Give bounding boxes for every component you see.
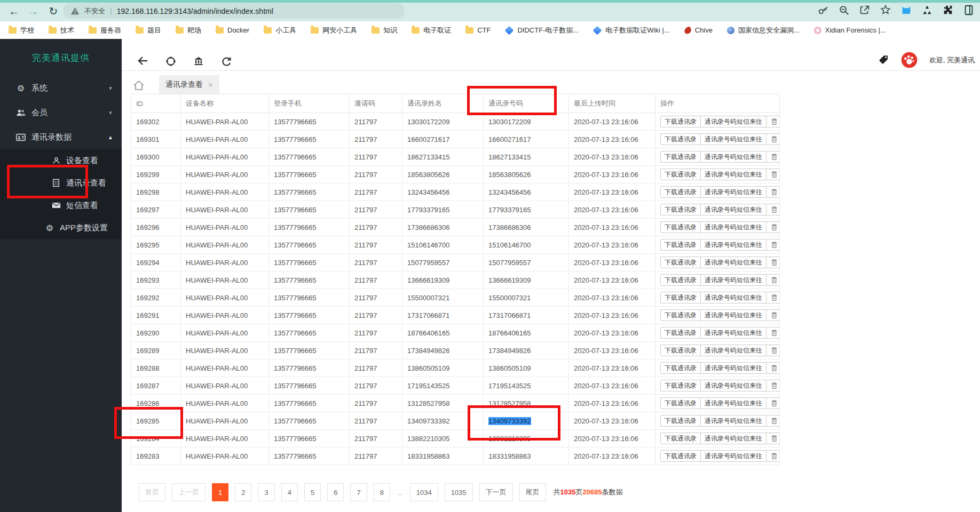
delete-button[interactable] bbox=[766, 134, 780, 145]
download-contacts-button[interactable]: 下载通讯录 bbox=[661, 204, 701, 215]
delete-button[interactable] bbox=[766, 222, 780, 233]
bookmark-item[interactable]: DIDCTF-电子数据... bbox=[505, 26, 579, 35]
delete-button[interactable] bbox=[766, 257, 780, 268]
bank-icon[interactable] bbox=[193, 56, 204, 66]
reload-button[interactable]: ↻ bbox=[46, 4, 61, 19]
download-contacts-button[interactable]: 下载通讯录 bbox=[661, 380, 701, 391]
bookmark-item[interactable]: Xidian Forensics |... bbox=[814, 26, 886, 34]
delete-button[interactable] bbox=[766, 116, 780, 127]
sms-history-button[interactable]: 通讯录号码短信来往 bbox=[701, 345, 766, 356]
forward-button[interactable]: → bbox=[26, 4, 41, 19]
sidebar-item-device-view[interactable]: 设备查看 bbox=[0, 149, 122, 172]
sidebar-item-contacts-data[interactable]: 通讯录数据 ▲ bbox=[0, 125, 122, 149]
bookmark-item[interactable]: Chive bbox=[684, 26, 713, 34]
download-contacts-button[interactable]: 下载通讯录 bbox=[661, 327, 701, 338]
cat-extension-icon[interactable] bbox=[900, 4, 912, 16]
delete-button[interactable] bbox=[766, 239, 780, 250]
page-button[interactable]: 8 bbox=[374, 483, 390, 501]
sidebar-item-members[interactable]: 会员 ▼ bbox=[0, 100, 122, 125]
sms-history-button[interactable]: 通讯录号码短信来往 bbox=[701, 222, 766, 233]
bookmark-item[interactable]: Docker bbox=[216, 26, 249, 34]
page-button[interactable]: 首页 bbox=[139, 483, 165, 501]
delete-button[interactable] bbox=[766, 204, 780, 215]
tag-icon[interactable] bbox=[878, 54, 889, 66]
page-button[interactable]: 1034 bbox=[410, 483, 438, 501]
delete-button[interactable] bbox=[766, 187, 780, 197]
sms-history-button[interactable]: 通讯录号码短信来往 bbox=[701, 204, 766, 215]
sms-history-button[interactable]: 通讯录号码短信来往 bbox=[701, 451, 766, 461]
url-text[interactable]: 192.168.116.129:3143/admin/index/index.s… bbox=[117, 7, 273, 15]
sms-history-button[interactable]: 通讯录号码短信来往 bbox=[701, 415, 766, 426]
page-button[interactable]: 尾页 bbox=[519, 483, 546, 501]
download-contacts-button[interactable]: 下载通讯录 bbox=[661, 116, 701, 127]
page-button[interactable]: 3 bbox=[258, 483, 274, 501]
recycle-extension-icon[interactable] bbox=[921, 4, 933, 16]
page-button[interactable]: 7 bbox=[350, 483, 367, 501]
bookmark-item[interactable]: 学校 bbox=[9, 26, 34, 35]
sms-history-button[interactable]: 通讯录号码短信来往 bbox=[701, 275, 766, 285]
tab-contacts-view[interactable]: 通讯录查看 × bbox=[159, 75, 219, 94]
sms-history-button[interactable]: 通讯录号码短信来往 bbox=[701, 398, 766, 409]
sms-history-button[interactable]: 通讯录号码短信来往 bbox=[701, 380, 766, 391]
back-button[interactable]: ← bbox=[6, 4, 21, 19]
security-label[interactable]: 不安全 bbox=[84, 6, 105, 16]
profile-icon[interactable] bbox=[963, 4, 975, 16]
arrow-left-icon[interactable] bbox=[138, 56, 148, 66]
download-contacts-button[interactable]: 下载通讯录 bbox=[661, 239, 701, 250]
download-contacts-button[interactable]: 下载通讯录 bbox=[661, 415, 701, 426]
download-contacts-button[interactable]: 下载通讯录 bbox=[661, 363, 701, 373]
delete-button[interactable] bbox=[766, 310, 780, 321]
delete-button[interactable] bbox=[766, 345, 780, 356]
delete-button[interactable] bbox=[766, 275, 780, 285]
page-button[interactable]: 1035 bbox=[445, 483, 473, 501]
share-icon[interactable] bbox=[859, 4, 871, 16]
bookmark-item[interactable]: 技术 bbox=[49, 26, 74, 35]
sidebar-item-sms-view[interactable]: 短信查看 bbox=[0, 194, 122, 217]
delete-button[interactable] bbox=[766, 451, 780, 461]
download-contacts-button[interactable]: 下载通讯录 bbox=[661, 151, 701, 162]
download-contacts-button[interactable]: 下载通讯录 bbox=[661, 169, 701, 180]
bookmark-item[interactable]: 知识 bbox=[372, 26, 397, 35]
bookmark-star-icon[interactable] bbox=[880, 4, 891, 16]
download-contacts-button[interactable]: 下载通讯录 bbox=[661, 345, 701, 356]
sms-history-button[interactable]: 通讯录号码短信来往 bbox=[701, 151, 766, 162]
sms-history-button[interactable]: 通讯录号码短信来往 bbox=[701, 327, 766, 338]
sms-history-button[interactable]: 通讯录号码短信来往 bbox=[701, 433, 766, 444]
sms-history-button[interactable]: 通讯录号码短信来往 bbox=[701, 134, 766, 145]
sidebar-item-app-settings[interactable]: ⚙ APP参数设置 bbox=[0, 217, 122, 239]
bookmark-item[interactable]: 电子取证 bbox=[412, 26, 451, 35]
delete-button[interactable] bbox=[766, 292, 780, 303]
bookmark-item[interactable]: 题目 bbox=[136, 26, 161, 35]
download-contacts-button[interactable]: 下载通讯录 bbox=[661, 275, 701, 285]
bookmark-item[interactable]: 小工具 bbox=[264, 26, 296, 35]
delete-button[interactable] bbox=[766, 363, 780, 373]
delete-button[interactable] bbox=[766, 415, 780, 426]
sms-history-button[interactable]: 通讯录号码短信来往 bbox=[701, 116, 766, 127]
delete-button[interactable] bbox=[766, 398, 780, 409]
delete-button[interactable] bbox=[766, 169, 780, 180]
download-contacts-button[interactable]: 下载通讯录 bbox=[661, 257, 701, 268]
bookmark-item[interactable]: 国家信息安全漏洞... bbox=[727, 26, 800, 35]
download-contacts-button[interactable]: 下载通讯录 bbox=[661, 134, 701, 145]
close-icon[interactable]: × bbox=[208, 80, 213, 89]
sidebar-item-system[interactable]: ⚙ 系统 ▼ bbox=[0, 76, 122, 100]
avatar[interactable] bbox=[901, 52, 918, 68]
crosshair-icon[interactable] bbox=[165, 56, 176, 67]
download-contacts-button[interactable]: 下载通讯录 bbox=[661, 310, 701, 321]
sidebar-item-contacts-view[interactable]: 通讯录查看 bbox=[0, 172, 122, 194]
download-contacts-button[interactable]: 下载通讯录 bbox=[661, 433, 701, 444]
bookmark-item[interactable]: 网安小工具 bbox=[311, 26, 357, 35]
page-button[interactable]: 4 bbox=[281, 483, 298, 501]
refresh-icon[interactable] bbox=[221, 56, 232, 67]
page-button[interactable]: 1 bbox=[212, 483, 228, 501]
sms-history-button[interactable]: 通讯录号码短信来往 bbox=[701, 187, 766, 197]
bookmark-item[interactable]: 服务器 bbox=[89, 26, 121, 35]
bookmark-item[interactable]: 电子数据取证Wiki |... bbox=[593, 26, 669, 35]
sms-history-button[interactable]: 通讯录号码短信来往 bbox=[701, 169, 766, 180]
download-contacts-button[interactable]: 下载通讯录 bbox=[661, 222, 701, 233]
page-button[interactable]: 2 bbox=[235, 483, 251, 501]
sms-history-button[interactable]: 通讯录号码短信来往 bbox=[701, 292, 766, 303]
page-button[interactable]: 5 bbox=[304, 483, 321, 501]
delete-button[interactable] bbox=[766, 327, 780, 338]
zoom-icon[interactable] bbox=[838, 4, 850, 16]
